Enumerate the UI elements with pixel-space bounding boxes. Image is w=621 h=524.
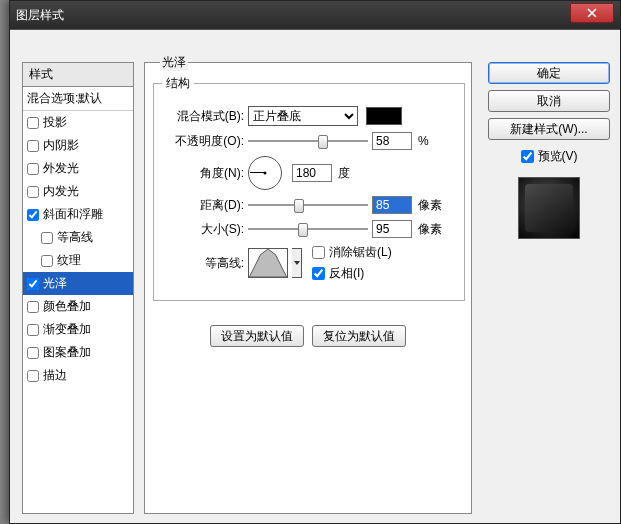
style-label: 图案叠加: [43, 344, 91, 361]
blend-color-swatch[interactable]: [366, 107, 402, 125]
reset-default-button[interactable]: 复位为默认值: [312, 325, 406, 347]
angle-unit: 度: [338, 165, 350, 182]
blend-mode-label: 混合模式(B):: [162, 108, 244, 125]
distance-input[interactable]: [372, 196, 412, 214]
layer-style-dialog: 图层样式 光泽 样式 混合选项:默认 投影内阴影外发光内发光斜面和浮雕等高线纹理…: [9, 0, 621, 524]
invert-checkbox[interactable]: [312, 267, 325, 280]
main-options-panel: 结构 混合模式(B): 正片叠底 不透明度(O): %: [144, 62, 472, 514]
style-label: 外发光: [43, 160, 79, 177]
style-label: 斜面和浮雕: [43, 206, 103, 223]
antialias-checkbox-row[interactable]: 消除锯齿(L): [312, 244, 392, 261]
angle-input[interactable]: [292, 164, 332, 182]
style-checkbox-8[interactable]: [27, 301, 39, 313]
style-checkbox-3[interactable]: [27, 186, 39, 198]
style-item-10[interactable]: 图案叠加: [23, 341, 133, 364]
opacity-input[interactable]: [372, 132, 412, 150]
style-checkbox-7[interactable]: [27, 278, 39, 290]
dialog-body: 光泽 样式 混合选项:默认 投影内阴影外发光内发光斜面和浮雕等高线纹理光泽颜色叠…: [10, 29, 620, 523]
angle-dial[interactable]: [248, 156, 282, 190]
style-checkbox-2[interactable]: [27, 163, 39, 175]
make-default-button[interactable]: 设置为默认值: [210, 325, 304, 347]
ok-button[interactable]: 确定: [488, 62, 610, 84]
opacity-unit: %: [418, 134, 429, 148]
style-checkbox-11[interactable]: [27, 370, 39, 382]
style-label: 描边: [43, 367, 67, 384]
blending-options-default[interactable]: 混合选项:默认: [23, 87, 133, 111]
style-checkbox-1[interactable]: [27, 140, 39, 152]
style-label: 内发光: [43, 183, 79, 200]
distance-unit: 像素: [418, 197, 442, 214]
structure-group: 结构 混合模式(B): 正片叠底 不透明度(O): %: [153, 75, 465, 301]
style-checkbox-0[interactable]: [27, 117, 39, 129]
size-slider[interactable]: [248, 222, 368, 236]
antialias-checkbox[interactable]: [312, 246, 325, 259]
titlebar[interactable]: 图层样式: [10, 1, 620, 29]
structure-legend: 结构: [162, 75, 194, 92]
size-label: 大小(S):: [162, 221, 244, 238]
antialias-label: 消除锯齿(L): [329, 244, 392, 261]
new-style-button[interactable]: 新建样式(W)...: [488, 118, 610, 140]
contour-label: 等高线:: [162, 255, 244, 272]
cancel-button[interactable]: 取消: [488, 90, 610, 112]
contour-dropdown[interactable]: [292, 248, 302, 278]
contour-curve-icon: [249, 249, 287, 277]
preview-thumbnail: [518, 177, 580, 239]
satin-group-label: 光泽: [160, 54, 188, 71]
right-button-column: 确定 取消 新建样式(W)... 预览(V): [488, 62, 610, 239]
style-label: 内阴影: [43, 137, 79, 154]
style-label: 渐变叠加: [43, 321, 91, 338]
close-icon: [587, 8, 597, 18]
dialog-title: 图层样式: [16, 7, 64, 24]
style-label: 纹理: [57, 252, 81, 269]
style-checkbox-5[interactable]: [41, 232, 53, 244]
preview-checkbox[interactable]: [521, 150, 534, 163]
style-item-2[interactable]: 外发光: [23, 157, 133, 180]
distance-slider[interactable]: [248, 198, 368, 212]
style-item-9[interactable]: 渐变叠加: [23, 318, 133, 341]
style-label: 投影: [43, 114, 67, 131]
style-item-1[interactable]: 内阴影: [23, 134, 133, 157]
style-label: 等高线: [57, 229, 93, 246]
preview-label: 预览(V): [538, 148, 578, 165]
chevron-down-icon: [294, 261, 300, 265]
blend-mode-select[interactable]: 正片叠底: [248, 106, 358, 126]
size-unit: 像素: [418, 221, 442, 238]
style-checkbox-9[interactable]: [27, 324, 39, 336]
distance-label: 距离(D):: [162, 197, 244, 214]
close-button[interactable]: [570, 3, 614, 23]
style-item-7[interactable]: 光泽: [23, 272, 133, 295]
style-item-3[interactable]: 内发光: [23, 180, 133, 203]
style-checkbox-6[interactable]: [41, 255, 53, 267]
angle-label: 角度(N):: [162, 165, 244, 182]
style-label: 光泽: [43, 275, 67, 292]
styles-list-panel: 样式 混合选项:默认 投影内阴影外发光内发光斜面和浮雕等高线纹理光泽颜色叠加渐变…: [22, 62, 134, 514]
style-item-4[interactable]: 斜面和浮雕: [23, 203, 133, 226]
style-item-8[interactable]: 颜色叠加: [23, 295, 133, 318]
invert-checkbox-row[interactable]: 反相(I): [312, 265, 392, 282]
size-input[interactable]: [372, 220, 412, 238]
style-checkbox-4[interactable]: [27, 209, 39, 221]
style-item-5[interactable]: 等高线: [23, 226, 133, 249]
style-item-0[interactable]: 投影: [23, 111, 133, 134]
opacity-slider[interactable]: [248, 134, 368, 148]
style-label: 颜色叠加: [43, 298, 91, 315]
style-item-11[interactable]: 描边: [23, 364, 133, 387]
style-checkbox-10[interactable]: [27, 347, 39, 359]
opacity-label: 不透明度(O):: [162, 133, 244, 150]
invert-label: 反相(I): [329, 265, 364, 282]
contour-preview[interactable]: [248, 248, 288, 278]
style-item-6[interactable]: 纹理: [23, 249, 133, 272]
styles-header: 样式: [23, 63, 133, 87]
